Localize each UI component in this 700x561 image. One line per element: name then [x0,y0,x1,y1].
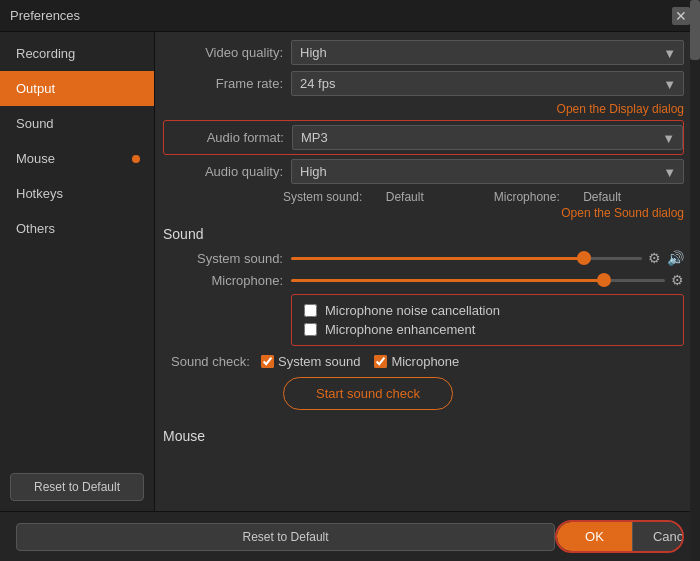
sound-dialog-link-row: Open the Sound dialog [163,206,684,220]
system-sound-slider-row: System sound: ⚙ 🔊 [163,250,684,266]
system-sound-check-item: System sound [261,354,360,369]
ok-button[interactable]: OK [557,522,632,551]
sidebar-item-output[interactable]: Output [0,71,154,106]
sidebar-item-label: Hotkeys [16,186,63,201]
microphone-check[interactable] [374,355,387,368]
sidebar-item-label: Others [16,221,55,236]
video-quality-select[interactable]: High [291,40,684,65]
bottom-bar: Reset to Default OK Cancel [0,511,700,561]
video-quality-select-wrap: High ▼ [291,40,684,65]
microphone-slider-row: Microphone: ⚙ [163,272,684,288]
window-title: Preferences [10,8,80,23]
frame-rate-label: Frame rate: [163,76,283,91]
microphone-slider-wrap: ⚙ [291,272,684,288]
reset-to-default-button[interactable]: Reset to Default [10,473,144,501]
noise-cancellation-checkbox[interactable] [304,304,317,317]
sidebar-item-label: Sound [16,116,54,131]
microphone-check-item: Microphone [374,354,459,369]
microphone-options-group: Microphone noise cancellation Microphone… [291,294,684,346]
audio-quality-select-wrap: High ▼ [291,159,684,184]
system-sound-slider-label: System sound: [163,251,283,266]
gear-icon[interactable]: ⚙ [671,272,684,288]
system-sound-slider-wrap: ⚙ 🔊 [291,250,684,266]
open-sound-dialog-link[interactable]: Open the Sound dialog [561,206,684,220]
sidebar-item-recording[interactable]: Recording [0,36,154,71]
enhancement-label: Microphone enhancement [325,322,475,337]
sidebar-item-sound[interactable]: Sound [0,106,154,141]
microphone-key: Microphone: [494,190,560,204]
preferences-window: Preferences ✕ Recording Output Sound Mou… [0,0,700,561]
mouse-section-title: Mouse [163,428,684,444]
microphone-slider-label: Microphone: [163,273,283,288]
ok-cancel-group: OK Cancel [555,520,684,553]
sound-info-row: System sound: Default Microphone: Defaul… [163,190,684,204]
gear-icon[interactable]: ⚙ [648,250,661,266]
audio-quality-control: High ▼ [291,159,684,184]
audio-format-control: MP3 ▼ [292,125,683,150]
frame-rate-select[interactable]: 24 fps [291,71,684,96]
sound-check-row: Sound check: System sound Microphone [163,354,684,369]
audio-quality-label: Audio quality: [163,164,283,179]
enhancement-checkbox[interactable] [304,323,317,336]
video-quality-row: Video quality: High ▼ [163,40,684,65]
audio-quality-row: Audio quality: High ▼ [163,159,684,184]
video-quality-control: High ▼ [291,40,684,65]
frame-rate-select-wrap: 24 fps ▼ [291,71,684,96]
main-layout: Recording Output Sound Mouse Hotkeys Oth… [0,32,700,511]
system-sound-info-label: System sound: Default [283,190,444,204]
sidebar-item-mouse[interactable]: Mouse [0,141,154,176]
scrollbar-track[interactable] [690,32,700,511]
sound-check-label: Sound check: [171,354,261,369]
display-dialog-link-row: Open the Display dialog [163,102,684,116]
system-sound-key: System sound: [283,190,362,204]
system-sound-val: Default [386,190,424,204]
microphone-check-label: Microphone [391,354,459,369]
microphone-val: Default [583,190,621,204]
sidebar: Recording Output Sound Mouse Hotkeys Oth… [0,32,155,511]
volume-icon[interactable]: 🔊 [667,250,684,266]
video-quality-label: Video quality: [163,45,283,60]
microphone-info-label: Microphone: Default [494,190,641,204]
audio-format-row: Audio format: MP3 ▼ [164,125,683,150]
audio-format-highlighted: Audio format: MP3 ▼ [163,120,684,155]
sidebar-item-label: Output [16,81,55,96]
system-sound-check[interactable] [261,355,274,368]
sidebar-item-label: Mouse [16,151,55,166]
audio-format-label: Audio format: [164,130,284,145]
sidebar-bottom: Reset to Default [0,463,154,511]
frame-rate-control: 24 fps ▼ [291,71,684,96]
system-sound-slider[interactable] [291,257,642,260]
microphone-slider[interactable] [291,279,665,282]
start-sound-check-button[interactable]: Start sound check [283,377,453,410]
sound-section-title: Sound [163,226,684,242]
open-display-dialog-link[interactable]: Open the Display dialog [557,102,684,116]
noise-cancellation-row: Microphone noise cancellation [304,303,671,318]
sidebar-item-hotkeys[interactable]: Hotkeys [0,176,154,211]
frame-rate-row: Frame rate: 24 fps ▼ [163,71,684,96]
sidebar-item-label: Recording [16,46,75,61]
sidebar-item-others[interactable]: Others [0,211,154,246]
noise-cancellation-label: Microphone noise cancellation [325,303,500,318]
audio-quality-select[interactable]: High [291,159,684,184]
mouse-dot [132,155,140,163]
system-sound-check-label: System sound [278,354,360,369]
enhancement-row: Microphone enhancement [304,322,671,337]
title-bar: Preferences ✕ [0,0,700,32]
audio-format-select[interactable]: MP3 [292,125,683,150]
audio-format-select-wrap: MP3 ▼ [292,125,683,150]
close-button[interactable]: ✕ [672,7,690,25]
scrollbar-thumb[interactable] [690,32,700,60]
cancel-button[interactable]: Cancel [632,522,684,551]
reset-default-button[interactable]: Reset to Default [16,523,555,551]
content-area: Video quality: High ▼ Frame rate: [155,32,700,511]
